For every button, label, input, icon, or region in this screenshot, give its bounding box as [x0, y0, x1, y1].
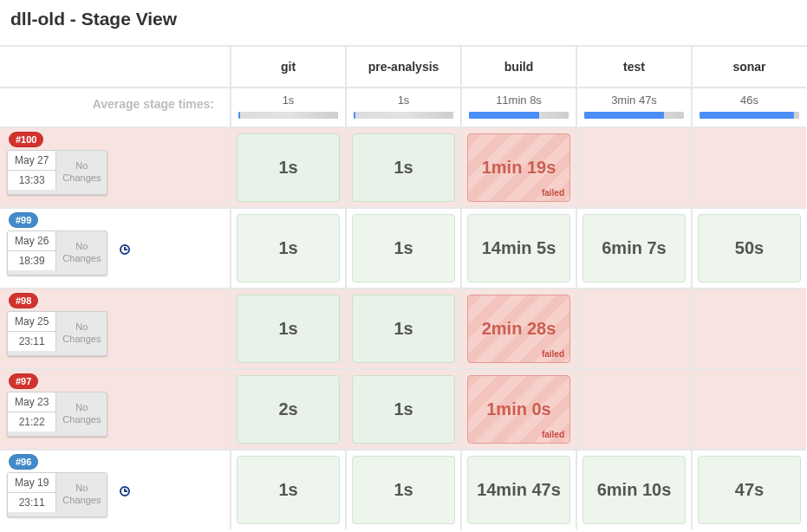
stage-pill[interactable]: 47s [698, 456, 801, 524]
stage-cell[interactable]: 1s [230, 289, 345, 368]
stage-duration: 1s [394, 319, 413, 339]
stage-cell[interactable]: 50s [691, 209, 806, 288]
stage-cell[interactable]: 1s [230, 128, 345, 207]
stage-pill[interactable]: 1min 19s failed [467, 133, 570, 202]
avg-value: 3min 47s [584, 94, 684, 107]
build-changes[interactable]: No Changes [56, 151, 107, 194]
stage-cell[interactable]: 1s [345, 451, 460, 529]
stage-cell[interactable]: 1s [230, 209, 345, 288]
stage-cell[interactable]: 1min 19s failed [460, 128, 576, 207]
build-row-side[interactable]: #96 May 19 23:11 No Changes [0, 451, 230, 529]
build-time: 13:33 [8, 170, 56, 190]
stage-pill[interactable]: 1s [352, 133, 455, 202]
stage-pill[interactable]: 6min 10s [582, 456, 686, 524]
stage-pill[interactable]: 1s [352, 456, 455, 524]
build-id-badge[interactable]: #100 [9, 132, 43, 147]
avg-bar [584, 112, 684, 119]
clock-icon [120, 486, 130, 496]
stage-cell[interactable] [691, 289, 806, 368]
stage-pill[interactable]: 2s [237, 375, 340, 444]
column-header-build[interactable]: build [460, 47, 576, 88]
build-id-badge[interactable]: #96 [9, 454, 38, 470]
avg-value: 1s [238, 94, 338, 107]
stage-cell[interactable]: 6min 10s [576, 451, 691, 529]
build-changes[interactable]: No Changes [56, 473, 107, 516]
stage-duration: 47s [735, 480, 764, 500]
stage-duration: 1min 19s [482, 158, 556, 178]
stage-pill[interactable]: 14min 47s [467, 456, 570, 524]
stage-cell[interactable] [576, 370, 691, 449]
build-changes[interactable]: No Changes [56, 312, 107, 355]
stage-cell[interactable]: 1s [345, 289, 460, 368]
stage-pill[interactable]: 1s [352, 375, 455, 444]
avg-cell-pre-analysis: 1s [345, 88, 460, 128]
stage-duration: 50s [735, 238, 764, 258]
stage-duration: 2min 28s [482, 319, 556, 339]
stage-pill[interactable]: 1s [237, 133, 340, 202]
failed-label: failed [542, 430, 564, 439]
stage-pill[interactable]: 1s [352, 214, 455, 282]
stage-cell[interactable]: 14min 47s [460, 451, 576, 529]
build-info-box[interactable]: May 19 23:11 No Changes [7, 472, 107, 517]
stage-pill[interactable]: 2min 28s failed [467, 295, 570, 363]
stage-duration: 14min 5s [482, 238, 556, 258]
build-id-badge[interactable]: #98 [9, 293, 38, 308]
build-date: May 26 [8, 231, 56, 250]
build-info-box[interactable]: May 25 23:11 No Changes [7, 311, 107, 356]
stage-pill[interactable]: 14min 5s [467, 214, 570, 282]
build-info-box[interactable]: May 26 18:39 No Changes [7, 230, 107, 276]
stage-cell[interactable]: 1s [345, 370, 460, 449]
stage-pill[interactable]: 1min 0s failed [467, 375, 570, 444]
build-time: 23:11 [8, 331, 56, 351]
stage-duration: 1s [278, 238, 297, 258]
column-header-test[interactable]: test [576, 47, 691, 88]
build-id-badge[interactable]: #97 [9, 373, 38, 389]
avg-cell-git: 1s [230, 88, 345, 128]
stage-pill[interactable]: 1s [237, 295, 340, 363]
stage-cell[interactable]: 2s [230, 370, 345, 449]
build-row-side[interactable]: #98 May 25 23:11 No Changes [0, 289, 230, 368]
build-info-box[interactable]: May 23 21:22 No Changes [7, 392, 107, 437]
stage-cell[interactable]: 1s [345, 128, 460, 207]
stage-cell[interactable]: 1s [230, 451, 345, 529]
avg-stage-times-label: Average stage times: [0, 88, 230, 128]
build-row-side[interactable]: #97 May 23 21:22 No Changes [0, 370, 230, 449]
stage-cell[interactable]: 2min 28s failed [460, 289, 576, 368]
build-changes[interactable]: No Changes [56, 393, 107, 436]
stage-cell[interactable] [691, 370, 806, 449]
stage-duration: 1s [394, 399, 413, 419]
avg-cell-sonar: 46s [691, 88, 806, 128]
stage-cell[interactable] [576, 128, 691, 207]
build-time: 21:22 [8, 412, 56, 431]
stage-pill[interactable]: 50s [698, 214, 801, 282]
build-date: May 25 [8, 312, 56, 331]
stage-duration: 1s [278, 158, 297, 178]
stage-cell[interactable]: 1s [345, 209, 460, 288]
build-info-box[interactable]: May 27 13:33 No Changes [7, 150, 107, 195]
page-title: dll-old - Stage View [0, 0, 807, 45]
stage-pill[interactable]: 6min 7s [582, 214, 686, 282]
header-spacer [0, 47, 230, 88]
avg-bar [469, 112, 569, 119]
stage-duration: 1s [278, 319, 297, 339]
build-changes[interactable]: No Changes [56, 231, 107, 275]
stage-cell[interactable] [691, 128, 806, 207]
stage-cell[interactable] [576, 289, 691, 368]
build-row-side[interactable]: #99 May 26 18:39 No Changes [0, 209, 230, 288]
column-header-sonar[interactable]: sonar [691, 47, 806, 88]
stage-pill[interactable]: 1s [352, 295, 455, 363]
column-header-pre-analysis[interactable]: pre-analysis [345, 47, 460, 88]
build-row-side[interactable]: #100 May 27 13:33 No Changes [0, 128, 230, 207]
stage-duration: 14min 47s [477, 480, 561, 500]
build-time: 18:39 [8, 250, 56, 270]
stage-cell[interactable]: 6min 7s [576, 209, 691, 288]
stage-cell[interactable]: 1min 0s failed [460, 370, 576, 449]
column-header-git[interactable]: git [230, 47, 345, 88]
avg-value: 11min 8s [469, 94, 569, 107]
stage-duration: 1s [394, 238, 413, 258]
build-id-badge[interactable]: #99 [9, 212, 38, 228]
stage-pill[interactable]: 1s [237, 214, 340, 282]
stage-cell[interactable]: 14min 5s [460, 209, 576, 288]
stage-cell[interactable]: 47s [691, 451, 806, 529]
stage-pill[interactable]: 1s [237, 456, 340, 524]
